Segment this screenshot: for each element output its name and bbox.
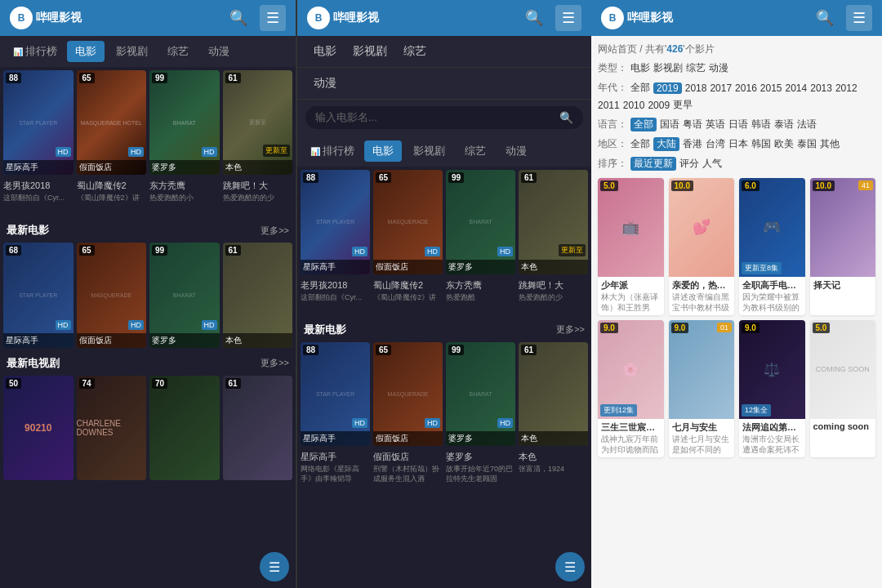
filter-lang-jp[interactable]: 日语 [728,118,748,131]
p2-new-2[interactable]: MASQUERADE 65 HD 假面饭店 [373,342,443,447]
p2-new-1[interactable]: STAR PLAYER 88 HD 星际高手 [301,342,370,447]
filter-type-variety[interactable]: 综艺 [686,61,706,75]
filter-year-2019[interactable]: 2019 [653,82,682,94]
filter-region-kr[interactable]: 韩国 [751,137,771,151]
p3-movie-comingsoon[interactable]: COMING SOON 5.0 coming soon [810,320,876,457]
p2-new-desc-2[interactable]: 假面饭店 刑警（木村拓哉）扮成服务生混入酒 [373,449,443,486]
panel3-menu-button[interactable]: ☰ [846,5,872,31]
filter-lang-fr[interactable]: 法语 [797,118,817,131]
nav-anime[interactable]: 动漫 [314,76,336,91]
filter-year-2013[interactable]: 2013 [810,82,832,94]
panel2-menu-button[interactable]: ☰ [555,5,581,31]
filter-type-movie[interactable]: 电影 [630,61,650,75]
filter-year-2018[interactable]: 2018 [685,82,707,94]
tab2-movie[interactable]: 电影 [364,140,402,162]
new-movie-4[interactable]: 61 本色 [223,243,293,347]
p3-movie-sssscx[interactable]: 🌸 9.0 更到12集 三生三世宸汐缘 战神九宸万年前为封印诡物而陷入沉 [598,320,664,457]
new-movie-3[interactable]: BHARAT 99 HD 婆罗多 [149,243,220,347]
breadcrumb-home[interactable]: 网站首页 [598,43,637,55]
filter-region-all[interactable]: 全部 [630,137,650,151]
filter-year-2009[interactable]: 2009 [648,100,670,111]
movie-item-4[interactable]: 跳舞吧！大 热爱跑酷的的少 [223,178,293,215]
filter-region-tw[interactable]: 台湾 [706,137,725,151]
p2-new-desc-1[interactable]: 星际高手 网络电影《星际高手》由李翰韬导 [301,449,370,486]
filter-lang-all[interactable]: 全部 [630,118,657,131]
filter-sort-score[interactable]: 评分 [679,157,699,171]
filter-year-earlier[interactable]: 更早 [673,98,693,112]
p2-extra-2[interactable]: 蜀山降魔传2 《蜀山降魔传2》讲 [373,278,443,314]
filter-year-2011[interactable]: 2011 [598,100,620,111]
p3-movie-qingaidereaidede[interactable]: 💕 10.0 亲爱的，热爱的 讲述改寄编自黑宝书中教材书级别的顶尖高手 [669,178,735,315]
filter-year-2014[interactable]: 2014 [786,82,808,94]
p2-new-desc-4[interactable]: 本色 张富清，1924 [519,449,588,486]
p2-movie-1[interactable]: STAR PLAYER 88 HD 星际高手 [301,170,370,274]
filter-type-anime[interactable]: 动漫 [709,61,728,75]
panel3-search-button[interactable]: 🔍 [812,5,838,31]
filter-year-2012[interactable]: 2012 [835,82,858,94]
p2-new-movies-more[interactable]: 更多>> [556,323,585,336]
tab2-ranking[interactable]: 📊 排行榜 [304,140,361,162]
panel2-float-menu[interactable]: ☰ [555,552,585,581]
filter-lang-th[interactable]: 泰语 [774,118,794,131]
filter-type-tv[interactable]: 影视剧 [653,61,683,75]
tab-tv[interactable]: 影视剧 [108,41,156,62]
filter-region-th[interactable]: 泰国 [797,137,817,151]
panel2-search-button[interactable]: 🔍 [521,5,547,31]
panel1-float-menu[interactable]: ☰ [260,552,289,581]
p3-movie-qiyhash[interactable]: 9.0 01 七月与安生 讲述七月与安生是如何不同的女，安生 [669,320,735,457]
p2-extra-4[interactable]: 跳舞吧！大 热爱跑酷的少 [519,278,588,314]
filter-year-2016[interactable]: 2016 [735,82,757,94]
tab-anime[interactable]: 动漫 [200,41,238,62]
p3-movie-fwzj3[interactable]: ⚖️ 9.0 12集全 法网追凶第三季 海洲市公安局长遭遇命案死讳不能， [739,320,805,457]
filter-year-2010[interactable]: 2010 [623,100,645,111]
p2-new-3[interactable]: BHARAT 99 HD 婆罗多 [446,342,515,447]
p2-new-desc-3[interactable]: 婆罗多 故事开始年近70的巴拉特先生老顾固 [446,449,515,486]
p2-movie-4[interactable]: 61 更新至 本色 [519,170,588,274]
p3-movie-shaonianpai[interactable]: 📺 5.0 少年派 林大为（张嘉译饰）和王胜男（闫妮饰）是一 [598,178,664,315]
filter-region-other[interactable]: 其他 [820,137,840,151]
movie-item-1[interactable]: 老男孩2018 这部翻拍自《Cyr... [3,178,74,215]
filter-region-jp[interactable]: 日本 [728,137,748,151]
nav-tv[interactable]: 影视剧 [353,44,387,59]
movie-card-jmfd-1[interactable]: MASQUERADE HOTEL 65 HD 假面饭店 [77,70,147,175]
movie-card-bense-1[interactable]: 更新至 61 更新至 本色 [223,70,293,175]
tv-1[interactable]: 90210 50 [3,376,74,480]
movie-card-bldt-1[interactable]: BHARAT 99 HD 婆罗多 [149,70,220,175]
filter-lang-cantonese[interactable]: 粤语 [683,118,702,131]
filter-year-2015[interactable]: 2015 [760,82,782,94]
tab-variety[interactable]: 综艺 [159,41,197,62]
nav-movie[interactable]: 电影 [314,44,336,59]
filter-year-2017[interactable]: 2017 [710,82,732,94]
tv-2[interactable]: CHARLENE DOWNES 74 [77,376,147,480]
filter-sort-popular[interactable]: 人气 [702,157,722,171]
tv-3[interactable]: 70 [149,376,220,480]
new-movies-more[interactable]: 更多>> [261,225,289,237]
p2-movie-2[interactable]: MASQUERADE 65 HD 假面饭店 [373,170,443,274]
p3-movie-quanzhigaoshou[interactable]: 🎮 6.0 更新至8集 全职高手电视剧版 因为荣耀中被算为教科书级别的顶尖高手 [739,178,805,315]
tab2-tv[interactable]: 影视剧 [405,140,453,162]
movie-card-xjgs-1[interactable]: STAR PLAYER 88 HD 星际高手 [3,70,74,175]
filter-region-us[interactable]: 欧美 [774,137,794,151]
tv-4[interactable]: 61 [223,376,293,480]
panel1-menu-button[interactable]: ☰ [260,5,286,31]
p3-movie-zetianji[interactable]: 10.0 41 择天记 [810,178,876,315]
movie-item-2[interactable]: 蜀山降魔传2 《蜀山降魔传2》讲 [77,178,147,215]
nav-variety[interactable]: 综艺 [403,44,426,59]
panel2-search-bar[interactable]: 输入电影名... 🔍 [305,106,583,129]
new-movie-2[interactable]: MASQUERADE 65 HD 假面饭店 [77,243,147,347]
p2-movie-3[interactable]: BHARAT 99 HD 婆罗多 [446,170,515,274]
panel1-search-button[interactable]: 🔍 [225,5,252,31]
filter-region-mainland[interactable]: 大陆 [653,137,679,151]
filter-lang-cn[interactable]: 国语 [660,118,679,131]
p2-extra-3[interactable]: 东方秃鹰 热爱跑酷 [446,278,515,314]
search-icon[interactable]: 🔍 [559,111,573,124]
filter-sort-recent[interactable]: 最近更新 [630,157,676,171]
tab-ranking[interactable]: 📊 排行榜 [7,41,64,62]
movie-item-3[interactable]: 东方秃鹰 热爱跑酷的小 [149,178,220,215]
filter-year-all[interactable]: 全部 [630,81,650,95]
tab2-variety[interactable]: 综艺 [457,140,494,162]
filter-lang-en[interactable]: 英语 [706,118,725,131]
tab-movie[interactable]: 电影 [67,41,105,62]
p2-new-4[interactable]: 61 本色 [519,342,588,447]
filter-region-hk[interactable]: 香港 [683,137,702,151]
